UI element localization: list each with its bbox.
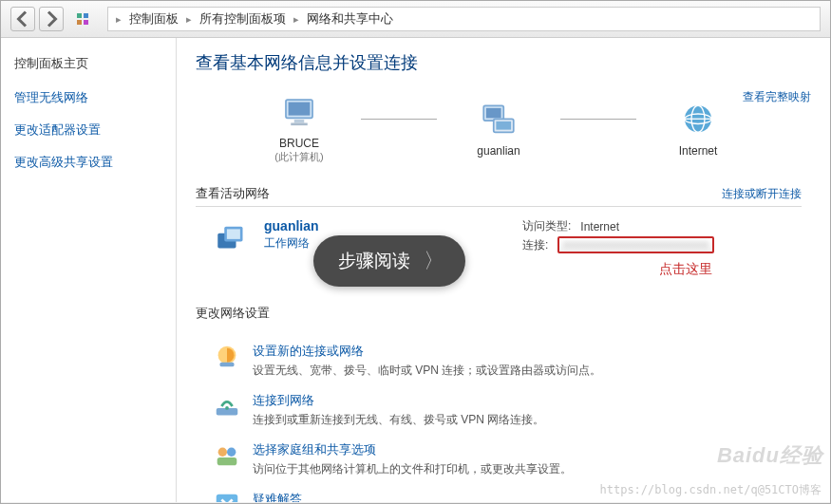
breadcrumb-item[interactable]: 网络和共享中心	[307, 10, 393, 28]
content-pane: 查看基本网络信息并设置连接 查看完整映射 BRUCE (此计算机)	[177, 38, 830, 502]
svg-rect-3	[84, 20, 88, 25]
setting-title[interactable]: 设置新的连接或网络	[253, 343, 802, 360]
section-title: 查看活动网络	[196, 185, 270, 202]
connection-link-highlighted[interactable]	[557, 236, 714, 253]
access-type-label: 访问类型:	[522, 218, 571, 234]
step-overlay-text: 步骤阅读	[338, 249, 410, 273]
nav-buttons	[10, 7, 64, 31]
chevron-right-icon: 〉	[424, 247, 444, 275]
connect-disconnect-link[interactable]: 连接或断开连接	[722, 186, 802, 202]
sidebar-link-adapter[interactable]: 更改适配器设置	[14, 121, 162, 139]
breadcrumb-item[interactable]: 控制面板	[129, 10, 179, 28]
svg-rect-2	[77, 20, 82, 25]
change-settings-header: 更改网络设置	[196, 305, 802, 326]
computer-icon	[279, 93, 319, 133]
connector-line	[560, 119, 636, 120]
svg-point-23	[218, 448, 227, 457]
breadcrumb-sep-icon: ▸	[186, 13, 192, 26]
svg-rect-26	[217, 495, 238, 502]
svg-point-22	[225, 406, 229, 410]
watermark-logo: Baidu经验	[717, 441, 823, 470]
svg-rect-6	[294, 120, 305, 123]
control-panel-icon	[71, 8, 94, 30]
network-icon	[213, 218, 253, 262]
sidebar-link-wireless[interactable]: 管理无线网络	[14, 89, 162, 106]
watermark-url: https://blog.csdn.net/q@51CTO博客	[599, 482, 822, 498]
setting-new-connection[interactable]: 设置新的连接或网络 设置无线、宽带、拨号、临时或 VPN 连接；或设置路由器或访…	[196, 335, 802, 384]
network-connection-info: 访问类型: Internet 连接: 点击这里	[465, 218, 802, 278]
forward-button[interactable]	[39, 7, 64, 31]
node-internet: Internet	[655, 101, 741, 158]
section-title: 更改网络设置	[196, 305, 270, 322]
back-icon	[11, 8, 34, 30]
back-button[interactable]	[10, 7, 35, 31]
setting-title[interactable]: 连接到网络	[253, 392, 802, 409]
node-router: guanlian	[456, 101, 541, 158]
sidebar-home[interactable]: 控制面板主页	[14, 55, 162, 72]
svg-rect-5	[289, 103, 311, 116]
active-network-row: guanlian 工作网络 访问类型: Internet 连接: 点击这里	[196, 216, 802, 291]
svg-rect-20	[220, 363, 235, 367]
svg-rect-11	[496, 121, 511, 129]
breadcrumb-sep-icon: ▸	[116, 13, 122, 26]
page-heading: 查看基本网络信息并设置连接	[196, 51, 802, 74]
connect-network-icon	[213, 392, 241, 420]
connector-line	[361, 119, 437, 120]
sidebar: 控制面板主页 管理无线网络 更改适配器设置 更改高级共享设置	[1, 38, 177, 502]
node-sublabel: (此计算机)	[274, 150, 323, 164]
svg-rect-0	[77, 13, 82, 18]
sidebar-link-advanced-sharing[interactable]: 更改高级共享设置	[14, 154, 162, 171]
network-map: 查看完整映射 BRUCE (此计算机)	[196, 85, 802, 172]
setting-homegroup[interactable]: 选择家庭组和共享选项 访问位于其他网络计算机上的文件和打印机，或更改共享设置。	[196, 434, 802, 483]
settings-list: 设置新的连接或网络 设置无线、宽带、拨号、临时或 VPN 连接；或设置路由器或访…	[196, 335, 802, 502]
new-connection-icon	[213, 343, 241, 371]
node-label: guanlian	[477, 144, 519, 158]
troubleshoot-icon	[213, 491, 241, 502]
connection-label: 连接:	[522, 237, 548, 253]
node-label: Internet	[679, 144, 718, 158]
node-label: BRUCE	[279, 137, 319, 150]
view-full-map-link[interactable]: 查看完整映射	[743, 89, 811, 105]
homegroup-icon	[213, 441, 241, 470]
setting-connect-network[interactable]: 连接到网络 连接到或重新连接到无线、有线、拨号或 VPN 网络连接。	[196, 384, 802, 434]
svg-point-24	[227, 448, 236, 457]
setting-desc: 连接到或重新连接到无线、有线、拨号或 VPN 网络连接。	[253, 412, 802, 428]
access-type-value: Internet	[580, 220, 619, 233]
node-this-computer: BRUCE (此计算机)	[256, 93, 342, 164]
router-icon	[479, 101, 519, 140]
click-here-annotation: 点击这里	[570, 261, 802, 278]
svg-rect-25	[217, 457, 237, 465]
breadcrumb-item[interactable]: 所有控制面板项	[199, 10, 286, 28]
setting-desc: 设置无线、宽带、拨号、临时或 VPN 连接；或设置路由器或访问点。	[253, 363, 802, 379]
svg-rect-1	[84, 13, 88, 18]
svg-rect-18	[227, 229, 240, 239]
globe-icon	[678, 101, 718, 140]
network-name: guanlian	[264, 218, 454, 233]
breadcrumb-sep-icon: ▸	[293, 13, 299, 26]
active-networks-header: 查看活动网络 连接或断开连接	[196, 185, 802, 207]
svg-rect-7	[291, 123, 308, 126]
forward-icon	[40, 8, 63, 30]
address-toolbar: ▸ 控制面板 ▸ 所有控制面板项 ▸ 网络和共享中心	[1, 1, 830, 38]
breadcrumb[interactable]: ▸ 控制面板 ▸ 所有控制面板项 ▸ 网络和共享中心	[107, 7, 821, 31]
step-reading-overlay[interactable]: 步骤阅读 〉	[313, 235, 465, 287]
svg-rect-9	[486, 107, 501, 118]
